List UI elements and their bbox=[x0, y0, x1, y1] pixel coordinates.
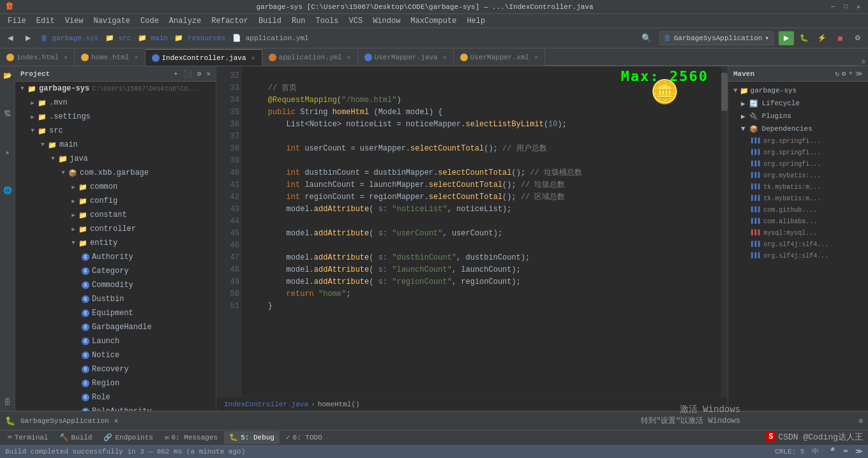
tab-terminal[interactable]: ⌨ Terminal bbox=[3, 431, 53, 444]
tree-item-launch[interactable]: C Launch bbox=[15, 334, 216, 348]
tab-overflow-button[interactable]: ≡ bbox=[858, 58, 868, 66]
menu-vcs[interactable]: VCS bbox=[344, 15, 368, 27]
scrollbar-track[interactable] bbox=[721, 66, 728, 397]
tree-item-mvn[interactable]: ▶ 📁 .mvn bbox=[15, 96, 216, 110]
search-icon[interactable]: 🔍 bbox=[641, 33, 652, 43]
menu-window[interactable]: Window bbox=[368, 15, 405, 27]
menu-analyze[interactable]: Analyze bbox=[164, 15, 206, 27]
maximize-button[interactable]: □ bbox=[841, 3, 850, 11]
maven-add-icon[interactable]: + bbox=[848, 70, 853, 78]
debug-button[interactable]: 🐛 bbox=[797, 31, 812, 46]
bc-resources[interactable]: 📁 resources bbox=[174, 34, 225, 42]
maven-lifecycle[interactable]: ▶ 🔄 Lifecycle bbox=[731, 97, 865, 110]
dep-item-6[interactable]: ▌▌▌ tk.mybatis:m... bbox=[731, 193, 865, 204]
maven-project-root[interactable]: ▼ 📁 garbage-sys bbox=[731, 84, 865, 97]
maven-refresh-icon[interactable]: ↻ bbox=[835, 70, 839, 78]
tab-build[interactable]: 🔨 Build bbox=[54, 431, 97, 444]
tab-application-yml[interactable]: application.yml ✕ bbox=[262, 49, 358, 66]
maven-more-icon[interactable]: ≫ bbox=[855, 70, 863, 78]
bc-src[interactable]: 📁 src bbox=[105, 34, 131, 42]
keyboard-icon[interactable]: ⌨ bbox=[843, 447, 848, 455]
structure-icon[interactable]: 🏗 bbox=[1, 107, 14, 120]
tab-debug[interactable]: 🐛 5: Debug bbox=[224, 431, 280, 444]
menu-file[interactable]: File bbox=[3, 15, 31, 27]
close-button[interactable]: ✕ bbox=[854, 3, 863, 11]
dep-item-5[interactable]: ▌▌▌ tk.mybatis:m... bbox=[731, 181, 865, 193]
gear-icon[interactable]: ⚙ bbox=[197, 70, 202, 78]
close-tab-yml[interactable]: ✕ bbox=[347, 54, 351, 61]
tree-item-category[interactable]: C Category bbox=[15, 264, 216, 278]
tree-item-equipment[interactable]: C Equipment bbox=[15, 306, 216, 320]
menu-edit[interactable]: Edit bbox=[31, 15, 60, 27]
bc-garbage-sys[interactable]: 🗑 garbage-sys bbox=[41, 34, 98, 42]
bc-main[interactable]: 📁 main bbox=[138, 34, 168, 42]
tab-user-mapper-java[interactable]: UserMapper.java ✕ bbox=[358, 49, 454, 66]
tree-item-authority[interactable]: C Authority bbox=[15, 250, 216, 264]
tree-item-garbagehandle[interactable]: C GarbageHandle bbox=[15, 320, 216, 334]
maven-dependencies[interactable]: ▼ 📦 Dependencies bbox=[731, 122, 865, 135]
dep-item-2[interactable]: ▌▌▌ org.springfi... bbox=[731, 147, 865, 158]
close-tab-index[interactable]: ✕ bbox=[64, 54, 68, 61]
tree-item-entity[interactable]: ▼ 📁 entity bbox=[15, 236, 216, 250]
tree-item-constant[interactable]: ▶ 📁 constant bbox=[15, 208, 216, 222]
settings-button[interactable]: ⚙ bbox=[850, 31, 865, 46]
forward-button[interactable]: ▶ bbox=[20, 31, 36, 46]
crlf-text[interactable]: CRLE: 5 bbox=[775, 448, 804, 455]
tab-index-controller[interactable]: IndexController.java ✕ bbox=[146, 49, 262, 66]
tree-item-region[interactable]: C Region bbox=[15, 376, 216, 390]
code-content[interactable]: // 首页 @RequestMapping("/home.html") publ… bbox=[242, 66, 728, 397]
web-icon[interactable]: 🌐 bbox=[1, 184, 14, 196]
run-config-selector[interactable]: 🗑 GarbageSysApplication ▾ bbox=[659, 31, 774, 45]
tree-item-dustbin[interactable]: C Dustbin bbox=[15, 292, 216, 306]
tree-item-notice[interactable]: C Notice bbox=[15, 348, 216, 362]
tree-item-commodity[interactable]: C Commodity bbox=[15, 278, 216, 292]
tree-item-controller[interactable]: ▶ 📁 controller bbox=[15, 222, 216, 236]
project-icon[interactable]: 📂 bbox=[1, 69, 14, 82]
dep-item-7[interactable]: ▌▌▌ com.github.... bbox=[731, 204, 865, 216]
menu-code[interactable]: Code bbox=[135, 15, 164, 27]
minimize-button[interactable]: — bbox=[828, 3, 837, 11]
tab-home-html[interactable]: home.html ✕ bbox=[75, 49, 145, 66]
menu-tools[interactable]: Tools bbox=[311, 15, 344, 27]
tree-item-project-root[interactable]: ▼ 📁 garbage-sys C:\Users\15067\Desktop\C… bbox=[15, 82, 216, 96]
close-tab-xml[interactable]: ✕ bbox=[534, 54, 538, 61]
tree-item-config[interactable]: ▶ 📁 config bbox=[15, 194, 216, 208]
dep-item-8[interactable]: ▌▌▌ com.alibaba... bbox=[731, 216, 865, 227]
mic-icon[interactable]: 🎤 bbox=[827, 447, 835, 455]
tree-item-common[interactable]: ▶ 📁 common bbox=[15, 180, 216, 194]
tree-item-java[interactable]: ▼ 📁 java bbox=[15, 152, 216, 166]
close-debug-icon[interactable]: ✕ bbox=[114, 417, 119, 425]
tab-index-html[interactable]: index.html ✕ bbox=[0, 49, 75, 66]
maven-plugins[interactable]: ▶ 🔌 Plugins bbox=[731, 110, 865, 122]
tree-item-settings[interactable]: ▶ 📁 .settings bbox=[15, 110, 216, 124]
menu-help[interactable]: Help bbox=[461, 15, 490, 27]
dep-item-4[interactable]: ▌▌▌ org.mybatis:... bbox=[731, 170, 865, 181]
tab-todo[interactable]: ✓ 6: TODO bbox=[281, 431, 327, 444]
close-sidebar-icon[interactable]: ✕ bbox=[206, 70, 211, 78]
run-button[interactable]: ▶ bbox=[779, 31, 794, 45]
back-button[interactable]: ◀ bbox=[3, 31, 18, 46]
scrollbar-thumb[interactable] bbox=[721, 73, 728, 111]
menu-view[interactable]: View bbox=[60, 15, 89, 27]
close-tab-mapper[interactable]: ✕ bbox=[443, 54, 447, 61]
dep-item-1[interactable]: ▌▌▌ org.springfi... bbox=[731, 135, 865, 147]
tree-item-src[interactable]: ▼ 📁 src bbox=[15, 124, 216, 138]
more-icon[interactable]: ≫ bbox=[855, 447, 863, 455]
menu-run[interactable]: Run bbox=[287, 15, 311, 27]
dep-item-3[interactable]: ▌▌▌ org.springfi... bbox=[731, 158, 865, 170]
dep-item-11[interactable]: ▌▌▌ org.slf4j:slf4... bbox=[731, 250, 865, 262]
maven-settings-icon[interactable]: ⚙ bbox=[842, 70, 846, 78]
tab-messages[interactable]: ✉ 0: Messages bbox=[160, 431, 223, 444]
dep-item-9[interactable]: ▌▌▌ mysql:mysql... bbox=[731, 227, 865, 239]
breadcrumb-controller[interactable]: IndexController.java bbox=[224, 401, 308, 408]
tree-item-recovery[interactable]: C Recovery bbox=[15, 362, 216, 376]
tab-user-mapper-xml[interactable]: UserMapper.xml ✕ bbox=[454, 49, 545, 66]
favorites-icon[interactable]: ★ bbox=[1, 145, 14, 158]
tab-endpoints[interactable]: 🔗 Endpoints bbox=[98, 431, 158, 444]
profile-button[interactable]: ⚡ bbox=[814, 31, 830, 46]
tree-item-roleauthority[interactable]: C RoleAuthority bbox=[15, 404, 216, 411]
close-tab-controller[interactable]: ✕ bbox=[251, 54, 255, 62]
horizontal-split-icon[interactable]: ⬛ bbox=[183, 70, 192, 78]
tree-item-role[interactable]: C Role bbox=[15, 390, 216, 404]
tree-item-main[interactable]: ▼ 📁 main bbox=[15, 138, 216, 152]
